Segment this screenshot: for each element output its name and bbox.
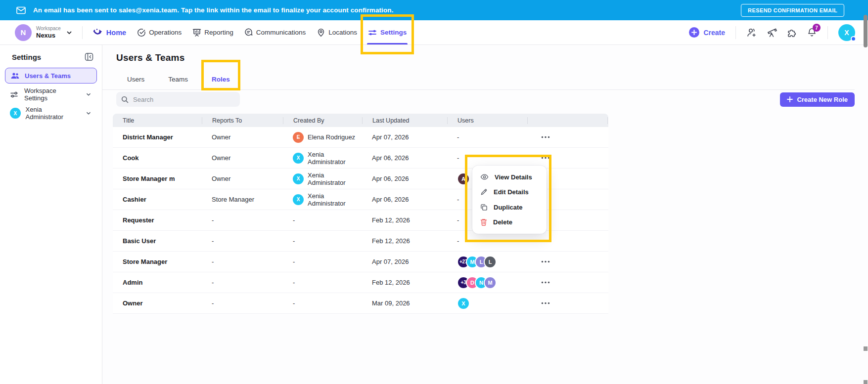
role-title: Store Manager xyxy=(113,258,202,265)
role-last-updated: Feb 12, 2026 xyxy=(362,237,447,245)
role-users: - xyxy=(447,154,527,162)
role-last-updated: Apr 07, 2026 xyxy=(362,258,447,265)
create-new-role-button[interactable]: Create New Role xyxy=(780,92,855,107)
table-row[interactable]: Basic User - - Feb 12, 2026 - xyxy=(113,231,608,252)
nav-item-communications[interactable]: Communications xyxy=(243,20,307,44)
creator-name: Xenia Administrator xyxy=(308,192,362,207)
table-row[interactable]: Admin - - Feb 12, 2026 +3 D N M xyxy=(113,272,608,293)
column-header-last-updated: Last Updated xyxy=(362,117,447,124)
tab-roles[interactable]: Roles xyxy=(210,69,231,89)
eye-icon xyxy=(480,173,489,180)
menu-item-duplicate[interactable]: Duplicate xyxy=(472,200,547,215)
sidebar-item-users-teams[interactable]: Users & Teams xyxy=(5,68,97,84)
row-actions-button[interactable] xyxy=(538,258,553,265)
column-header-blank xyxy=(607,117,618,124)
role-created-by: - xyxy=(283,216,362,224)
table-row[interactable]: District Manager Owner E Elena Rodriguez… xyxy=(113,127,608,148)
workspace-switcher[interactable]: N Workspace Nexus xyxy=(15,24,73,41)
menu-item-view-details[interactable]: View Details xyxy=(472,170,547,185)
tab-teams[interactable]: Teams xyxy=(167,69,189,89)
row-actions-button[interactable] xyxy=(538,134,553,140)
role-created-by: E Elena Rodriguez xyxy=(283,132,362,143)
tab-bar: Users Teams Roles xyxy=(102,69,855,90)
sidebar-item-label: Users & Teams xyxy=(25,72,71,80)
role-users-avatars: +3 D N M xyxy=(447,276,527,289)
row-actions-button[interactable] xyxy=(538,155,553,161)
workspace-label: Workspace xyxy=(36,26,61,32)
profile-avatar[interactable]: X xyxy=(838,24,855,41)
sidebar-item-workspace-settings[interactable]: Workspace Settings xyxy=(5,86,97,102)
chevron-down-icon xyxy=(85,91,92,98)
role-created-by: X Xenia Administrator xyxy=(283,192,362,207)
nav-item-settings[interactable]: Settings xyxy=(367,20,408,44)
column-header-reports-to: Reports To xyxy=(202,117,283,124)
divider xyxy=(827,26,828,39)
role-users: - xyxy=(447,133,527,141)
invite-user-button[interactable] xyxy=(746,28,757,38)
role-reports-to: Owner xyxy=(202,154,283,162)
resend-confirmation-button[interactable]: RESEND CONFIRMATION EMAIL xyxy=(741,4,844,17)
table-row[interactable]: Owner - - Mar 09, 2026 X xyxy=(113,293,608,314)
role-last-updated: Apr 06, 2026 xyxy=(362,175,447,182)
plus-circle-icon xyxy=(689,27,699,38)
person-add-icon xyxy=(746,28,757,38)
menu-item-label: Duplicate xyxy=(494,204,523,211)
confirmation-banner: An email has been sent to sales@xenia.te… xyxy=(0,0,868,20)
notification-badge: 7 xyxy=(813,24,821,32)
integrations-button[interactable] xyxy=(787,28,797,38)
divider xyxy=(735,26,736,39)
search-input[interactable] xyxy=(133,96,235,103)
nav-item-reporting[interactable]: Reporting xyxy=(191,20,234,44)
people-icon xyxy=(10,72,20,80)
role-last-updated: Apr 06, 2026 xyxy=(362,196,447,203)
role-title: District Manager xyxy=(113,133,202,141)
banner-message: An email has been sent to sales@xenia.te… xyxy=(33,6,741,14)
table-row[interactable]: Store Manager - - Apr 07, 2026 +27 M L L xyxy=(113,252,608,272)
role-last-updated: Apr 07, 2026 xyxy=(362,133,447,141)
annotation-box-roles xyxy=(201,60,240,90)
nav-label: Home xyxy=(106,29,126,37)
table-header: Title Reports To Created By Last Updated… xyxy=(113,114,608,127)
envelope-icon xyxy=(16,6,26,14)
sidebar-item-xenia-administrator[interactable]: X Xenia Administrator xyxy=(5,105,97,121)
role-users: - xyxy=(447,237,527,245)
creator-name: Xenia Administrator xyxy=(308,151,362,166)
role-reports-to: - xyxy=(202,258,283,265)
nav-item-home[interactable]: Home xyxy=(91,20,127,44)
tab-label: Roles xyxy=(212,76,230,83)
search-box[interactable] xyxy=(116,92,240,107)
trash-icon xyxy=(480,218,487,226)
nav-item-locations[interactable]: Locations xyxy=(316,20,358,44)
tab-users[interactable]: Users xyxy=(126,69,146,89)
telescope-icon xyxy=(767,28,777,38)
row-actions-button[interactable] xyxy=(538,300,553,306)
presentation-chart-icon xyxy=(192,28,201,37)
discover-button[interactable] xyxy=(767,28,777,38)
role-reports-to: - xyxy=(202,237,283,245)
menu-item-edit-details[interactable]: Edit Details xyxy=(472,185,547,200)
sliders-icon xyxy=(368,29,377,37)
role-reports-to: Store Manager xyxy=(202,196,283,203)
role-created-by: - xyxy=(283,237,362,245)
plus-icon xyxy=(787,96,793,102)
create-button[interactable]: Create xyxy=(689,27,725,38)
scrollbar-arrow-bottom[interactable] xyxy=(864,380,868,384)
role-created-by: - xyxy=(283,299,362,307)
role-reports-to: - xyxy=(202,216,283,224)
scrollbar-thumb[interactable] xyxy=(864,15,868,47)
sliders-icon xyxy=(10,91,19,98)
role-users-avatars: +27 M L L xyxy=(447,256,527,268)
column-header-created-by: Created By xyxy=(283,117,362,124)
row-actions-button[interactable] xyxy=(538,279,553,286)
scrollbar-arrow-top[interactable] xyxy=(864,346,868,351)
collapse-panel-icon[interactable] xyxy=(84,52,94,62)
row-context-menu: View Details Edit Details Duplicate Dele… xyxy=(472,166,547,234)
notifications-button[interactable]: 7 xyxy=(807,27,817,38)
create-label: Create xyxy=(703,29,725,37)
menu-item-delete[interactable]: Delete xyxy=(472,215,547,230)
column-header-users: Users xyxy=(447,117,527,124)
nav-item-operations[interactable]: Operations xyxy=(136,20,183,44)
top-navigation: N Workspace Nexus Home Operations Repor xyxy=(0,20,868,45)
creator-avatar: E xyxy=(293,132,304,143)
role-last-updated: Feb 12, 2026 xyxy=(362,216,447,224)
